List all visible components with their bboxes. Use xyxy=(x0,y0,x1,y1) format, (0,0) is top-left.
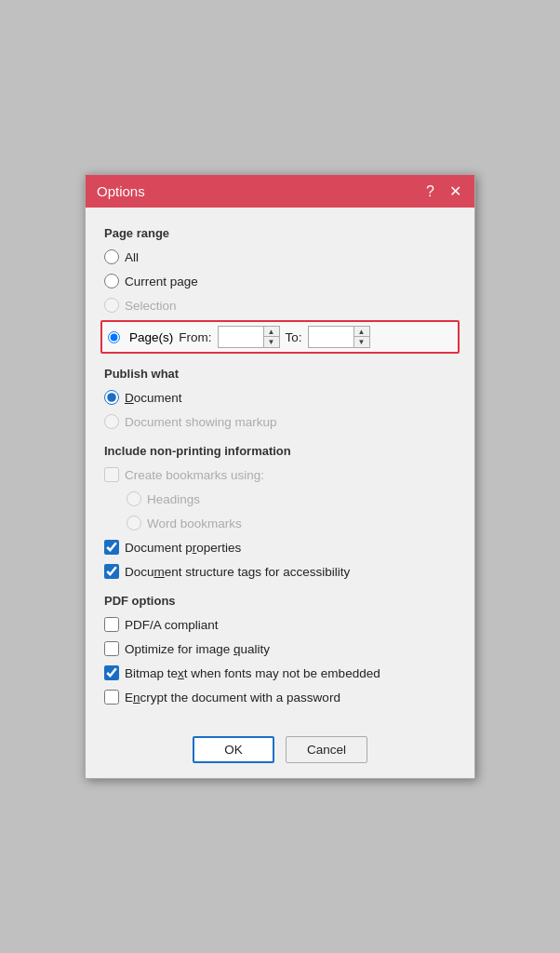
document-option-row: Document xyxy=(104,388,456,407)
create-bookmarks-checkbox[interactable] xyxy=(104,467,119,482)
document-label[interactable]: Document xyxy=(125,391,182,405)
selection-radio[interactable] xyxy=(104,298,119,313)
word-bookmarks-row: Word bookmarks xyxy=(127,514,456,532)
from-down-arrow[interactable]: ▼ xyxy=(264,337,279,347)
cancel-button[interactable]: Cancel xyxy=(286,736,367,763)
from-label: From: xyxy=(179,330,211,344)
bitmap-checkbox[interactable] xyxy=(104,665,119,680)
dialog-footer: OK Cancel xyxy=(86,725,474,778)
to-up-arrow[interactable]: ▲ xyxy=(354,327,369,337)
doc-properties-label[interactable]: Document properties xyxy=(125,541,241,555)
word-bookmarks-radio[interactable] xyxy=(127,516,141,530)
help-button[interactable]: ? xyxy=(424,183,436,200)
doc-properties-checkbox[interactable] xyxy=(104,540,119,555)
all-option-row: All xyxy=(104,248,456,266)
doc-structure-label[interactable]: Document structure tags for accessibilit… xyxy=(125,565,350,579)
doc-properties-row: Document properties xyxy=(104,538,456,557)
to-down-arrow[interactable]: ▼ xyxy=(354,337,369,347)
optimize-label[interactable]: Optimize for image quality xyxy=(125,642,270,656)
pdfa-row: PDF/A compliant xyxy=(104,615,456,634)
dialog-title: Options xyxy=(97,183,145,199)
all-radio[interactable] xyxy=(104,249,119,264)
pdfa-label[interactable]: PDF/A compliant xyxy=(125,618,219,632)
doc-structure-checkbox[interactable] xyxy=(104,564,119,579)
from-input[interactable]: 1 xyxy=(219,327,263,347)
dialog-body: Page range All Current page Selection Pa… xyxy=(86,208,474,725)
pages-label[interactable]: Page(s) xyxy=(129,330,173,344)
optimize-checkbox[interactable] xyxy=(104,641,119,656)
page-range-title: Page range xyxy=(104,226,456,240)
pages-highlighted-row: Page(s) From: 1 ▲ ▼ To: 3 ▲ ▼ xyxy=(100,320,460,354)
from-spinbox: 1 ▲ ▼ xyxy=(218,326,280,348)
options-dialog: Options ? ✕ Page range All Current page … xyxy=(85,174,475,779)
pdf-options-title: PDF options xyxy=(104,594,456,608)
headings-row: Headings xyxy=(127,490,456,508)
create-bookmarks-label: Create bookmarks using: xyxy=(125,468,264,482)
publish-what-title: Publish what xyxy=(104,367,456,381)
to-spinbox: 3 ▲ ▼ xyxy=(308,326,370,348)
ok-button[interactable]: OK xyxy=(193,736,274,763)
close-button[interactable]: ✕ xyxy=(447,182,463,200)
to-spinbox-arrows: ▲ ▼ xyxy=(353,327,369,347)
current-page-option-row: Current page xyxy=(104,272,456,290)
bitmap-label[interactable]: Bitmap text when fonts may not be embedd… xyxy=(125,666,380,680)
pages-radio[interactable] xyxy=(108,331,120,343)
encrypt-checkbox[interactable] xyxy=(104,690,119,705)
current-page-label[interactable]: Current page xyxy=(125,275,198,289)
from-spinbox-arrows: ▲ ▼ xyxy=(263,327,279,347)
encrypt-label[interactable]: Encrypt the document with a password xyxy=(125,691,340,705)
bitmap-row: Bitmap text when fonts may not be embedd… xyxy=(104,664,456,682)
selection-label: Selection xyxy=(125,299,177,313)
pdfa-checkbox[interactable] xyxy=(104,617,119,632)
document-markup-radio[interactable] xyxy=(104,414,119,429)
pages-controls: From: 1 ▲ ▼ To: 3 ▲ ▼ xyxy=(179,326,452,348)
non-printing-title: Include non-printing information xyxy=(104,444,456,458)
document-markup-label: Document showing markup xyxy=(125,415,277,429)
selection-option-row: Selection xyxy=(104,296,456,315)
to-input[interactable]: 3 xyxy=(309,327,353,347)
title-bar: Options ? ✕ xyxy=(86,175,474,208)
document-radio[interactable] xyxy=(104,390,119,405)
encrypt-row: Encrypt the document with a password xyxy=(104,688,456,706)
optimize-row: Optimize for image quality xyxy=(104,639,456,658)
to-label: To: xyxy=(286,330,302,344)
current-page-radio[interactable] xyxy=(104,274,119,289)
all-label[interactable]: All xyxy=(125,250,139,264)
word-bookmarks-label: Word bookmarks xyxy=(147,517,242,530)
create-bookmarks-row: Create bookmarks using: xyxy=(104,465,456,484)
title-bar-controls: ? ✕ xyxy=(424,182,463,200)
headings-label: Headings xyxy=(147,492,200,506)
from-up-arrow[interactable]: ▲ xyxy=(264,327,279,337)
headings-radio[interactable] xyxy=(127,491,141,506)
doc-structure-row: Document structure tags for accessibilit… xyxy=(104,562,456,581)
document-markup-option-row: Document showing markup xyxy=(104,412,456,431)
